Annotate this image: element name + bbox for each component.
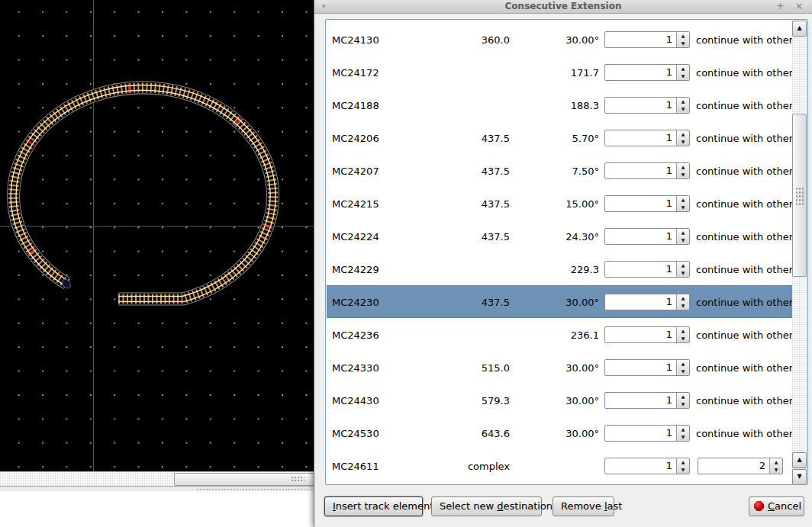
quantity-spinner[interactable]: 1 ▲ ▼ — [604, 326, 690, 343]
quantity-spinner[interactable]: 1 ▲ ▼ — [604, 195, 690, 212]
spin-down-icon[interactable]: ▼ — [677, 335, 689, 342]
quantity-spinner[interactable]: 1 ▲ ▼ — [604, 261, 690, 278]
quantity-spinner[interactable]: 1 ▲ ▼ — [604, 359, 690, 376]
spin-up-icon[interactable]: ▲ — [677, 360, 689, 368]
quantity-value[interactable]: 1 — [605, 163, 676, 178]
quantity-spinner[interactable]: 1 ▲ ▼ — [604, 228, 690, 245]
spin-down-icon[interactable]: ▼ — [677, 105, 689, 113]
maximize-icon[interactable]: + — [776, 0, 785, 12]
dialog-titlebar[interactable]: ▾ Consecutive Extension + × — [314, 0, 812, 14]
track-row[interactable]: MC24330 515.0 30.00° 1 ▲ ▼ ▲ ▼ continue … — [327, 351, 794, 384]
spin-down-icon[interactable]: ▼ — [677, 72, 689, 80]
quantity-value[interactable]: 1 — [605, 262, 676, 277]
spinner-steppers[interactable]: ▲ ▼ — [769, 458, 782, 474]
spinner-steppers[interactable]: ▲ ▼ — [676, 393, 689, 408]
spin-down-icon[interactable]: ▼ — [677, 171, 689, 178]
spinner-steppers[interactable]: ▲ ▼ — [676, 294, 689, 310]
spin-down-icon[interactable]: ▼ — [677, 302, 689, 310]
quantity-value[interactable]: 2 — [698, 458, 769, 474]
spin-up-icon[interactable]: ▲ — [677, 458, 689, 466]
spin-down-icon[interactable]: ▼ — [677, 236, 689, 244]
spinner-steppers[interactable]: ▲ ▼ — [676, 229, 689, 244]
spin-down-icon[interactable]: ▼ — [677, 368, 689, 375]
quantity-value[interactable]: 1 — [605, 196, 676, 211]
spin-up-icon[interactable]: ▲ — [677, 294, 689, 302]
spinner-steppers[interactable]: ▲ ▼ — [676, 458, 689, 474]
spinner-steppers[interactable]: ▲ ▼ — [676, 163, 689, 178]
spin-up-icon[interactable]: ▲ — [677, 262, 689, 269]
canvas-hscrollbar[interactable] — [0, 471, 314, 486]
spin-up-icon[interactable]: ▲ — [677, 229, 689, 236]
quantity-spinner[interactable]: 1 ▲ ▼ — [604, 97, 690, 114]
select-new-destination-button[interactable]: Select new destination — [431, 496, 542, 516]
canvas-hscrollbar-thumb[interactable] — [174, 473, 314, 486]
quantity-value[interactable]: 1 — [605, 65, 676, 80]
list-scrollbar-thumb[interactable] — [792, 114, 807, 277]
spin-up-icon[interactable]: ▲ — [677, 130, 689, 138]
quantity-value[interactable]: 1 — [605, 294, 676, 310]
spinner-steppers[interactable]: ▲ ▼ — [676, 327, 689, 342]
scroll-up-secondary-icon[interactable]: ▲ — [792, 452, 807, 468]
quantity-spinner[interactable]: 1 ▲ ▼ — [604, 130, 690, 146]
spin-up-icon[interactable]: ▲ — [770, 458, 782, 466]
track-row[interactable]: MC24206 437.5 5.70° 1 ▲ ▼ ▲ ▼ continue w… — [327, 121, 794, 154]
quantity-value[interactable]: 1 — [605, 458, 676, 474]
track-row[interactable]: MC24230 437.5 30.00° 1 ▲ ▼ ▲ ▼ continue … — [327, 285, 794, 318]
track-row[interactable]: MC24130 360.0 30.00° 1 ▲ ▼ ▲ ▼ continue … — [327, 23, 794, 56]
spin-up-icon[interactable]: ▲ — [677, 393, 689, 400]
quantity-spinner[interactable]: 1 ▲ ▼ — [604, 162, 690, 179]
track-list[interactable]: MC24130 360.0 30.00° 1 ▲ ▼ ▲ ▼ continue … — [325, 19, 808, 485]
spin-down-icon[interactable]: ▼ — [677, 433, 689, 441]
spinner-steppers[interactable]: ▲ ▼ — [676, 130, 689, 146]
spin-down-icon[interactable]: ▼ — [677, 204, 689, 211]
quantity-spinner[interactable]: 1 ▲ ▼ — [604, 31, 690, 48]
list-scrollbar[interactable]: ▲ ▲ ▼ — [792, 21, 807, 485]
quantity-spinner[interactable]: 1 ▲ ▼ — [604, 64, 690, 81]
track-row[interactable]: MC24224 437.5 24.30° 1 ▲ ▼ ▲ ▼ continue … — [327, 220, 794, 252]
quantity-value[interactable]: 1 — [605, 130, 676, 146]
track-row[interactable]: MC24430 579.3 30.00° 1 ▲ ▼ ▲ ▼ continue … — [327, 384, 794, 416]
track-row[interactable]: MC24172 171.7 1 ▲ ▼ ▲ ▼ continue with ot… — [327, 56, 794, 88]
cancel-button[interactable]: Cancel — [749, 496, 804, 516]
quantity-value[interactable]: 1 — [605, 327, 676, 342]
spinner-steppers[interactable]: ▲ ▼ — [676, 98, 689, 113]
spin-down-icon[interactable]: ▼ — [677, 400, 689, 408]
spin-down-icon[interactable]: ▼ — [677, 138, 689, 146]
spin-up-icon[interactable]: ▲ — [677, 98, 689, 105]
quantity-spinner[interactable]: 1 ▲ ▼ — [604, 294, 690, 310]
quantity-value[interactable]: 1 — [605, 32, 676, 47]
spinner-steppers[interactable]: ▲ ▼ — [676, 360, 689, 375]
spinner-steppers[interactable]: ▲ ▼ — [676, 32, 689, 47]
scroll-down-icon[interactable]: ▼ — [792, 469, 807, 485]
insert-track-element-button[interactable]: Insert track element — [324, 496, 423, 516]
spinner-steppers[interactable]: ▲ ▼ — [676, 262, 689, 277]
spinner-steppers[interactable]: ▲ ▼ — [676, 65, 689, 80]
track-row[interactable]: MC24207 437.5 7.50° 1 ▲ ▼ ▲ ▼ continue w… — [327, 154, 794, 187]
track-row[interactable]: MC24236 236.1 1 ▲ ▼ ▲ ▼ continue with ot… — [327, 318, 794, 351]
quantity-spinner[interactable]: 1 ▲ ▼ — [604, 425, 690, 442]
spin-up-icon[interactable]: ▲ — [677, 163, 689, 171]
quantity-spinner[interactable]: 1 ▲ ▼ — [604, 392, 690, 409]
quantity-value[interactable]: 1 — [605, 393, 676, 408]
quantity-spinner[interactable]: 1 ▲ ▼ — [604, 458, 690, 474]
remove-last-button[interactable]: Remove last — [553, 496, 614, 516]
spin-down-icon[interactable]: ▼ — [677, 466, 689, 474]
secondary-quantity-spinner[interactable]: 2 ▲ ▼ — [698, 458, 783, 474]
spin-up-icon[interactable]: ▲ — [677, 32, 689, 40]
track-row[interactable]: MC24188 188.3 1 ▲ ▼ ▲ ▼ continue with ot… — [327, 88, 794, 121]
spinner-steppers[interactable]: ▲ ▼ — [676, 196, 689, 211]
track-row[interactable]: MC24530 643.6 30.00° 1 ▲ ▼ ▲ ▼ continue … — [327, 416, 794, 449]
spin-down-icon[interactable]: ▼ — [677, 40, 689, 47]
spin-down-icon[interactable]: ▼ — [770, 466, 782, 474]
close-icon[interactable]: × — [795, 0, 803, 12]
spin-down-icon[interactable]: ▼ — [677, 269, 689, 277]
quantity-value[interactable]: 1 — [605, 229, 676, 244]
spinner-steppers[interactable]: ▲ ▼ — [676, 426, 689, 441]
track-canvas[interactable] — [0, 0, 314, 471]
quantity-value[interactable]: 1 — [605, 426, 676, 441]
quantity-value[interactable]: 1 — [605, 98, 676, 113]
track-row[interactable]: MC24229 229.3 1 ▲ ▼ ▲ ▼ continue with ot… — [327, 252, 794, 285]
spin-up-icon[interactable]: ▲ — [677, 426, 689, 433]
quantity-value[interactable]: 1 — [605, 360, 676, 375]
track-row[interactable]: MC24611 complex 1 ▲ ▼ 2 ▲ ▼ — [327, 449, 794, 482]
